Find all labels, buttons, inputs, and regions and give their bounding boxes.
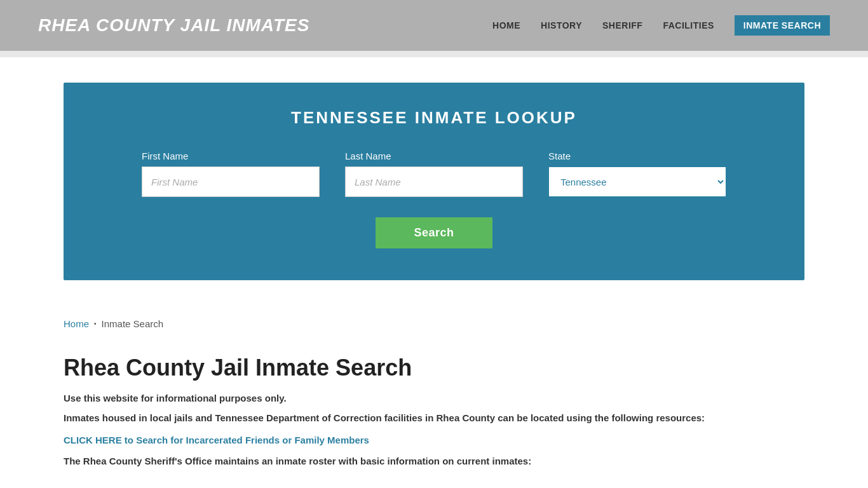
search-section: TENNESSEE INMATE LOOKUP First Name Last …	[64, 83, 804, 280]
first-name-input[interactable]	[142, 166, 320, 197]
state-select[interactable]: Tennessee	[548, 166, 726, 197]
breadcrumb-current: Inmate Search	[102, 318, 164, 329]
nav-history[interactable]: HISTORY	[541, 20, 582, 30]
first-name-label: First Name	[142, 151, 320, 161]
breadcrumb-separator: •	[94, 320, 97, 327]
search-section-title: TENNESSEE INMATE LOOKUP	[102, 108, 766, 128]
state-group: State Tennessee	[548, 151, 726, 197]
header-strip	[0, 51, 868, 57]
nav-sheriff[interactable]: SHERIFF	[602, 20, 642, 30]
info-line-3: The Rhea County Sheriff's Office maintai…	[64, 456, 804, 466]
search-button-wrapper: Search	[102, 217, 766, 248]
last-name-group: Last Name	[345, 151, 523, 197]
nav-home[interactable]: HOME	[492, 20, 520, 30]
last-name-label: Last Name	[345, 151, 523, 161]
main-nav: HOME HISTORY SHERIFF FACILITIES INMATE S…	[492, 15, 830, 36]
search-fields: First Name Last Name State Tennessee	[102, 151, 766, 197]
info-line-1: Use this website for informational purpo…	[64, 393, 804, 403]
page-title: Rhea County Jail Inmate Search	[64, 355, 804, 381]
site-title: RHEA COUNTY JAIL INMATES	[38, 15, 309, 36]
breadcrumb-home-link[interactable]: Home	[64, 318, 89, 329]
state-label: State	[548, 151, 726, 161]
site-header: RHEA COUNTY JAIL INMATES HOME HISTORY SH…	[0, 0, 868, 51]
info-line-2: Inmates housed in local jails and Tennes…	[64, 412, 804, 423]
nav-facilities[interactable]: FACILITIES	[663, 20, 714, 30]
main-content: Rhea County Jail Inmate Search Use this …	[0, 342, 868, 488]
nav-inmate-search[interactable]: INMATE SEARCH	[735, 15, 830, 36]
search-button[interactable]: Search	[376, 217, 492, 248]
last-name-input[interactable]	[345, 166, 523, 197]
first-name-group: First Name	[142, 151, 320, 197]
inmate-search-link[interactable]: CLICK HERE to Search for Incarcerated Fr…	[64, 435, 804, 445]
breadcrumb: Home • Inmate Search	[0, 306, 868, 342]
